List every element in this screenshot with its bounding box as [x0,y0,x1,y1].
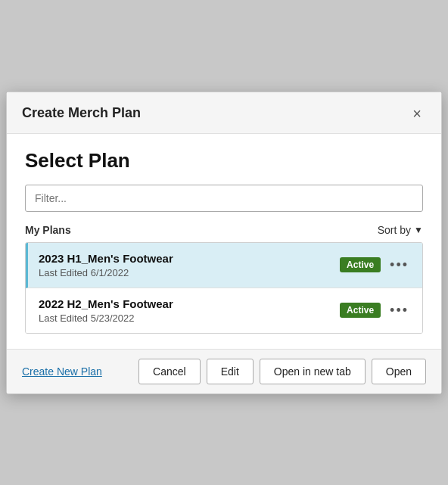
footer-buttons: Cancel Edit Open in new tab Open [138,359,426,384]
plan-actions: Active ••• [340,256,412,273]
plan-actions: Active ••• [340,302,412,319]
plans-header: My Plans Sort by ▼ [25,224,423,236]
modal-header: Create Merch Plan × [7,92,441,134]
active-badge: Active [340,257,381,272]
edit-button[interactable]: Edit [207,359,254,384]
open-in-new-tab-button[interactable]: Open in new tab [260,359,366,384]
sort-by-label: Sort by [378,224,411,236]
more-options-button[interactable]: ••• [387,302,412,319]
plan-name: 2023 H1_Men's Footwear [39,252,340,265]
active-badge: Active [340,303,381,318]
plan-date: Last Edited 5/23/2022 [39,312,340,324]
plan-info: 2022 H2_Men's Footwear Last Edited 5/23/… [39,297,340,324]
chevron-down-icon: ▼ [414,225,423,235]
plan-date: Last Edited 6/1/2022 [39,267,340,278]
cancel-button[interactable]: Cancel [138,359,201,384]
plan-item[interactable]: 2022 H2_Men's Footwear Last Edited 5/23/… [26,288,422,333]
plan-info: 2023 H1_Men's Footwear Last Edited 6/1/2… [39,252,340,278]
plan-name: 2022 H2_Men's Footwear [39,297,340,310]
create-new-plan-button[interactable]: Create New Plan [22,365,102,378]
plan-list: 2023 H1_Men's Footwear Last Edited 6/1/2… [25,242,423,334]
sort-by-button[interactable]: Sort by ▼ [378,224,423,236]
plans-label: My Plans [25,224,71,236]
close-button[interactable]: × [408,104,426,123]
section-title: Select Plan [25,149,423,173]
more-options-button[interactable]: ••• [387,256,412,273]
modal-body: Select Plan My Plans Sort by ▼ 2023 H1_M… [7,134,441,349]
plan-item[interactable]: 2023 H1_Men's Footwear Last Edited 6/1/2… [26,243,422,288]
modal-footer: Create New Plan Cancel Edit Open in new … [7,349,441,393]
modal-title: Create Merch Plan [22,105,141,121]
open-button[interactable]: Open [372,359,426,384]
modal: Create Merch Plan × Select Plan My Plans… [6,92,442,394]
filter-input[interactable] [25,185,423,212]
